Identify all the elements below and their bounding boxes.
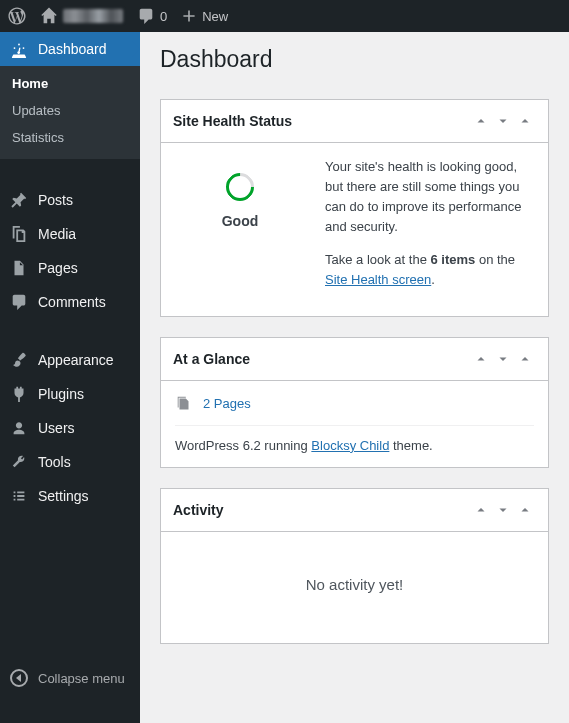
site-health-para2: Take a look at the 6 items on the Site H… <box>325 250 534 290</box>
collapse-menu[interactable]: Collapse menu <box>0 661 140 723</box>
menu-media-label: Media <box>38 226 76 242</box>
activity-empty-msg: No activity yet! <box>175 546 534 629</box>
menu-dashboard[interactable]: Dashboard <box>0 32 140 66</box>
widget-toggle-icon[interactable] <box>514 499 536 521</box>
menu-dashboard-label: Dashboard <box>38 41 107 57</box>
widget-glance-header: At a Glance <box>161 338 548 381</box>
wrench-icon <box>10 453 28 471</box>
site-health-status: Good <box>222 213 259 229</box>
widget-activity: Activity No activity yet! <box>160 488 549 644</box>
plugin-icon <box>10 385 28 403</box>
menu-posts-label: Posts <box>38 192 73 208</box>
widget-site-health-body: Good Your site's health is looking good,… <box>161 143 548 316</box>
page-title: Dashboard <box>160 32 549 99</box>
widget-toggle-icon[interactable] <box>514 348 536 370</box>
widget-move-down-icon[interactable] <box>492 499 514 521</box>
user-icon <box>10 419 28 437</box>
menu-comments[interactable]: Comments <box>0 285 140 319</box>
media-icon <box>10 225 28 243</box>
admin-sidebar: Dashboard Home Updates Statistics Posts … <box>0 32 140 723</box>
site-health-screen-link[interactable]: Site Health screen <box>325 272 431 287</box>
menu-comments-label: Comments <box>38 294 106 310</box>
submenu-updates[interactable]: Updates <box>0 97 140 124</box>
submenu-home[interactable]: Home <box>0 70 140 97</box>
pages-icon <box>10 259 28 277</box>
submenu-statistics[interactable]: Statistics <box>0 124 140 151</box>
widget-site-health-header: Site Health Status <box>161 100 548 143</box>
site-health-para1: Your site's health is looking good, but … <box>325 157 534 238</box>
widget-activity-header: Activity <box>161 489 548 532</box>
glance-wp-version: WordPress 6.2 running Blocksy Child them… <box>175 438 534 453</box>
site-health-items-count: 6 items <box>431 252 476 267</box>
widget-site-health-title: Site Health Status <box>173 113 470 129</box>
collapse-label: Collapse menu <box>38 671 125 686</box>
menu-plugins-label: Plugins <box>38 386 84 402</box>
adminbar-site-name-blurred <box>63 9 123 23</box>
widget-glance-body: 2 Pages WordPress 6.2 running Blocksy Ch… <box>161 381 548 467</box>
glance-pages-row: 2 Pages <box>175 395 534 426</box>
brush-icon <box>10 351 28 369</box>
menu-users-label: Users <box>38 420 75 436</box>
adminbar-new-label: New <box>202 9 228 24</box>
menu-settings[interactable]: Settings <box>0 479 140 513</box>
glance-pages-link[interactable]: 2 Pages <box>203 396 251 411</box>
collapse-icon <box>10 669 28 687</box>
menu-appearance-label: Appearance <box>38 352 114 368</box>
menu-tools-label: Tools <box>38 454 71 470</box>
widget-toggle-icon[interactable] <box>514 110 536 132</box>
dashboard-icon <box>10 40 28 58</box>
menu-media[interactable]: Media <box>0 217 140 251</box>
widget-activity-body: No activity yet! <box>161 532 548 643</box>
adminbar-new[interactable]: New <box>181 8 228 24</box>
pages-stack-icon <box>175 395 193 413</box>
menu-settings-label: Settings <box>38 488 89 504</box>
gauge-ring-icon <box>220 167 260 207</box>
site-health-gauge: Good <box>175 157 305 229</box>
menu-dashboard-submenu: Home Updates Statistics <box>0 66 140 159</box>
settings-icon <box>10 487 28 505</box>
menu-users[interactable]: Users <box>0 411 140 445</box>
admin-bar-left: 0 New <box>8 7 228 25</box>
menu-appearance[interactable]: Appearance <box>0 343 140 377</box>
widget-site-health: Site Health Status Good Your site's heal… <box>160 99 549 317</box>
widget-move-down-icon[interactable] <box>492 348 514 370</box>
widget-glance-title: At a Glance <box>173 351 470 367</box>
widget-at-a-glance: At a Glance 2 Pages WordPress 6.2 runnin… <box>160 337 549 468</box>
menu-plugins[interactable]: Plugins <box>0 377 140 411</box>
content-area: Dashboard Site Health Status Good Your s… <box>140 32 569 723</box>
widget-move-down-icon[interactable] <box>492 110 514 132</box>
widget-move-up-icon[interactable] <box>470 348 492 370</box>
adminbar-home[interactable] <box>40 7 123 25</box>
adminbar-comments-count: 0 <box>160 9 167 24</box>
widget-move-up-icon[interactable] <box>470 110 492 132</box>
comments-icon <box>10 293 28 311</box>
admin-bar: 0 New <box>0 0 569 32</box>
pin-icon <box>10 191 28 209</box>
wp-logo-icon[interactable] <box>8 7 26 25</box>
adminbar-comments[interactable]: 0 <box>137 7 167 25</box>
menu-pages[interactable]: Pages <box>0 251 140 285</box>
glance-theme-link[interactable]: Blocksy Child <box>311 438 389 453</box>
widget-activity-title: Activity <box>173 502 470 518</box>
menu-posts[interactable]: Posts <box>0 183 140 217</box>
menu-tools[interactable]: Tools <box>0 445 140 479</box>
site-health-text: Your site's health is looking good, but … <box>325 157 534 302</box>
widget-move-up-icon[interactable] <box>470 499 492 521</box>
menu-pages-label: Pages <box>38 260 78 276</box>
